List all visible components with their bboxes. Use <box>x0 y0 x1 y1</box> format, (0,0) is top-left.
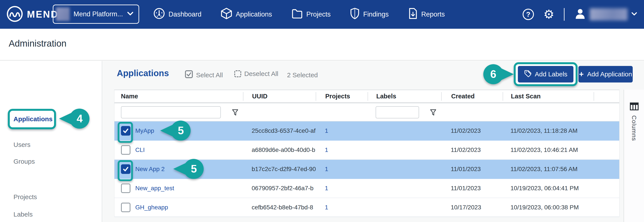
nav-item-label: Dashboard <box>168 11 202 18</box>
help-icon[interactable]: ? <box>523 9 534 20</box>
org-logo-blurred <box>56 8 70 21</box>
chevron-down-icon <box>631 12 638 17</box>
row-checkbox[interactable] <box>121 203 130 212</box>
add-application-label: Add Application <box>587 70 632 78</box>
created-cell: 11/02/2023 <box>441 127 503 134</box>
sidebar-item-users[interactable]: Users <box>14 140 30 150</box>
column-header-actions <box>594 92 619 101</box>
selected-count: 2 Selected <box>287 71 318 79</box>
nav-item-label: Projects <box>306 11 331 18</box>
row-checkbox[interactable] <box>121 126 130 136</box>
last-scan-cell: 11/02/2023, 10:46:21 AM <box>503 147 594 153</box>
created-cell: 10/17/2023 <box>441 204 503 211</box>
nav-item-applications[interactable]: Applications <box>220 8 272 21</box>
app-name-link[interactable]: New_app_test <box>135 185 174 192</box>
table-header-row: Name UUID Projects Labels Created Last S… <box>114 90 619 103</box>
add-labels-button[interactable]: Add Labels <box>518 66 574 82</box>
labels-filter-input[interactable] <box>376 106 419 119</box>
projects-count-link[interactable]: 1 <box>325 147 328 153</box>
column-header-created[interactable]: Created <box>441 92 503 101</box>
uuid-cell: a6809d6e-a00b-40d0-b <box>243 147 316 153</box>
chevron-down-icon <box>127 11 134 17</box>
uuid-cell: 06790957-2bf2-46a7-b <box>243 185 316 192</box>
nav-item-reports[interactable]: Reports <box>408 8 445 21</box>
sidebar-item-groups[interactable]: Groups <box>14 157 35 166</box>
add-application-button[interactable]: + Add Application <box>578 66 633 82</box>
sidebar-item-labels[interactable]: Labels <box>14 209 32 219</box>
deselect-all-button[interactable]: Deselect All <box>234 70 278 77</box>
sidebar-item-projects[interactable]: Projects <box>14 192 37 202</box>
column-header-projects[interactable]: Projects <box>316 92 368 101</box>
deselect-all-label: Deselect All <box>244 70 278 77</box>
main-nav: Dashboard Applications Projects <box>153 0 445 29</box>
annotation-ring-add-labels: Add Labels <box>514 62 578 86</box>
navbar-right: ? ⚙ <box>523 0 638 29</box>
page-header: Administration <box>0 29 644 60</box>
uuid-cell: b17c2c7c-d2f9-47ed-90 <box>243 166 316 173</box>
nav-item-dashboard[interactable]: Dashboard <box>153 8 202 21</box>
nav-item-projects[interactable]: Projects <box>291 8 331 21</box>
applications-heading: Applications <box>117 68 169 78</box>
table-row: New_app_test 06790957-2bf2-46a7-b 1 11/0… <box>114 179 619 198</box>
brand: MEND <box>6 6 58 23</box>
nav-item-findings[interactable]: Findings <box>350 8 389 21</box>
nav-item-label: Reports <box>421 11 445 18</box>
last-scan-cell: 11/02/2023, 11:07:56 AM <box>503 166 594 173</box>
avatar-icon <box>574 8 586 21</box>
projects-count-link[interactable]: 1 <box>325 127 328 134</box>
dashed-square-icon <box>234 70 241 77</box>
row-checkbox[interactable] <box>121 145 130 155</box>
created-cell: 11/01/2023 <box>441 185 503 192</box>
uuid-cell: cefb6542-b8eb-47bd-8 <box>243 204 316 211</box>
gear-icon[interactable]: ⚙ <box>544 8 554 21</box>
top-navbar: MEND Mend Platform... Da <box>0 0 644 29</box>
row-checkbox[interactable] <box>121 164 130 174</box>
dashboard-icon <box>153 8 165 21</box>
column-header-labels[interactable]: Labels <box>368 92 441 101</box>
username-blurred <box>590 8 628 21</box>
columns-panel-toggle[interactable]: Columns <box>624 90 644 222</box>
last-scan-cell: 10/19/2023, 06:00:38 PM <box>503 204 594 211</box>
org-selector-dropdown[interactable]: Mend Platform... <box>53 5 139 24</box>
applications-table: Name UUID Projects Labels Created Last S… <box>114 90 620 217</box>
column-header-uuid[interactable]: UUID <box>243 92 316 101</box>
user-menu[interactable] <box>574 8 638 21</box>
table-row: New App 2 b17c2c7c-d2f9-47ed-90 1 11/01/… <box>114 160 619 179</box>
nav-item-label: Applications <box>236 11 272 18</box>
funnel-icon[interactable] <box>232 109 238 117</box>
nav-item-label: Findings <box>363 11 389 18</box>
select-all-label: Select All <box>196 71 223 79</box>
projects-count-link[interactable]: 1 <box>325 185 328 191</box>
add-labels-label: Add Labels <box>535 70 567 78</box>
table-row: CLI a6809d6e-a00b-40d0-b 1 11/02/2023 11… <box>114 141 619 160</box>
page-title: Administration <box>9 38 66 49</box>
projects-count-link[interactable]: 1 <box>325 166 328 172</box>
shield-icon <box>350 8 360 21</box>
tag-icon <box>524 70 532 79</box>
row-checkbox[interactable] <box>121 183 130 193</box>
name-filter-input[interactable] <box>121 106 221 119</box>
sidebar-item-applications[interactable]: Applications <box>14 114 52 124</box>
app-name-link[interactable]: MyApp <box>135 127 154 134</box>
projects-count-link[interactable]: 1 <box>325 204 328 211</box>
last-scan-cell: 11/02/2023, 11:18:28 AM <box>503 127 594 134</box>
uuid-cell: 25cc8cd3-6537-4ce0-af <box>243 127 316 134</box>
column-header-last-scan[interactable]: Last Scan <box>503 92 594 101</box>
last-scan-cell: 10/19/2023, 06:04:41 PM <box>503 185 594 192</box>
app-name-link[interactable]: CLI <box>135 147 145 153</box>
filter-row <box>114 103 619 122</box>
select-all-button[interactable]: Select All <box>185 70 223 80</box>
report-download-icon <box>408 8 418 21</box>
columns-panel-label: Columns <box>630 115 638 141</box>
plus-icon: + <box>579 70 584 79</box>
funnel-icon[interactable] <box>430 109 437 117</box>
table-row: GH_gheapp cefb6542-b8eb-47bd-8 1 10/17/2… <box>114 198 619 217</box>
column-header-name[interactable]: Name <box>114 92 243 101</box>
table-row: MyApp 25cc8cd3-6537-4ce0-af 1 11/02/2023… <box>114 122 619 141</box>
created-cell: 11/02/2023 <box>441 147 503 153</box>
cube-icon <box>220 8 232 21</box>
app-name-link[interactable]: New App 2 <box>135 166 164 173</box>
app-name-link[interactable]: GH_gheapp <box>135 204 168 211</box>
checkbox-checked-icon <box>185 70 193 80</box>
folder-icon <box>291 8 303 21</box>
